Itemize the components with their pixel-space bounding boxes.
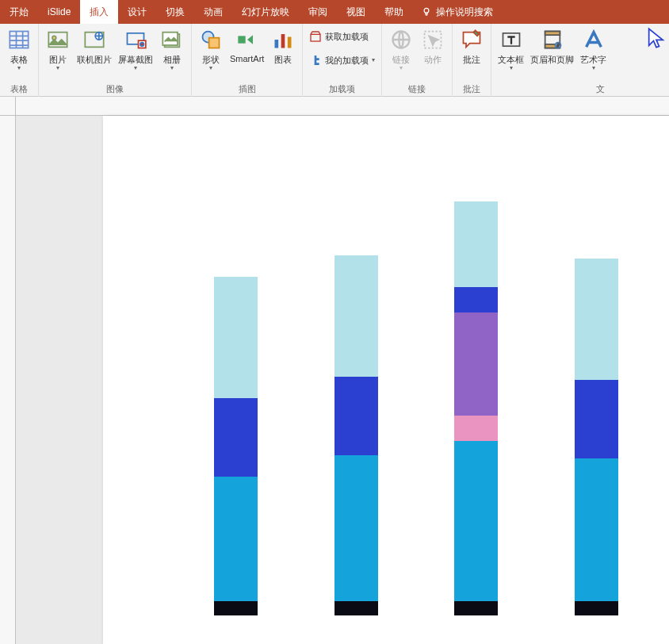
chart-segment [454,287,498,312]
dropdown-arrow-icon: ▾ [372,58,375,63]
chart-bar[interactable] [575,259,618,615]
action-button[interactable]: 动作 [417,25,449,67]
shapes-icon [198,27,224,52]
online-picture-icon [82,27,107,52]
online-picture-button[interactable]: 联机图片 [74,25,115,67]
get-addins-label: 获取加载项 [325,31,369,43]
addins-icon [309,54,322,67]
my-addins-button[interactable]: 我的加载项 ▾ [306,52,378,68]
chart-icon [270,27,296,52]
chart-segment [454,416,498,441]
smartart-button[interactable]: SmartArt [227,25,267,65]
slide-canvas-area [0,97,669,644]
slide[interactable] [103,116,669,644]
tell-me-search[interactable]: 操作说明搜索 [413,6,501,19]
get-addins-button[interactable]: 获取加载项 [306,29,378,44]
screenshot-icon [123,27,148,52]
album-icon [159,27,185,52]
chart-bar[interactable] [214,277,258,616]
chart-button[interactable]: 图表 [267,25,299,67]
chart-segment [575,458,618,601]
chart-label: 图表 [274,54,292,66]
picture-button[interactable]: 图片 ▾ [42,25,74,72]
tab-slideshow[interactable]: 幻灯片放映 [232,0,299,24]
table-icon [6,27,32,52]
link-button[interactable]: 链接 ▾ [385,25,417,72]
svg-rect-15 [281,34,285,48]
chart-segment [334,377,378,455]
smartart-icon [235,27,260,52]
chart-segment [454,601,498,615]
chart-segment [575,259,618,380]
dropdown-arrow-icon: ▾ [17,66,21,71]
smartart-label: SmartArt [230,54,264,63]
group-label-tables: 表格 [10,83,28,95]
ribbon-group-comments: 批注 批注 [453,24,491,97]
stacked-bar-chart[interactable] [190,187,642,615]
chart-bar[interactable] [334,255,378,616]
ribbon-group-addins: 获取加载项 我的加载项 ▾ 加载项 [303,24,382,97]
horizontal-ruler[interactable] [16,97,669,116]
ribbon-group-text: 文本框 ▾ # 页眉和页脚 艺术字 ▾ 文 [491,24,613,97]
chart-segment [575,380,618,458]
group-label-comments: 批注 [463,83,480,95]
action-icon [420,27,445,52]
svg-rect-17 [311,34,320,41]
tab-design[interactable]: 设计 [118,0,156,24]
headerfooter-label: 页眉和页脚 [530,54,574,66]
tab-animations[interactable]: 动画 [194,0,232,24]
textbox-icon [499,27,524,52]
tab-view[interactable]: 视图 [337,0,375,24]
ribbon: 表格 ▾ 表格 图片 ▾ 联机图片 [0,24,669,97]
screenshot-button[interactable]: 屏幕截图 ▾ [115,25,156,72]
chart-segment [454,201,498,287]
picture-icon [45,27,71,52]
shapes-button[interactable]: 形状 ▾ [195,25,227,72]
ribbon-tabs-bar: 开始 iSlide 插入 设计 切换 动画 幻灯片放映 审阅 视图 帮助 操作说… [0,0,669,24]
group-label-addins: 加载项 [329,83,355,95]
svg-rect-12 [209,38,220,48]
dropdown-arrow-icon: ▾ [592,66,595,71]
online-picture-label: 联机图片 [77,54,112,66]
textbox-button[interactable]: 文本框 ▾ [495,25,527,72]
wordart-icon [581,27,606,52]
tab-review[interactable]: 审阅 [299,0,337,24]
comment-button[interactable]: 批注 [456,25,487,67]
tab-home[interactable]: 开始 [0,0,38,24]
chart-bar[interactable] [454,201,498,615]
table-button[interactable]: 表格 ▾ [3,25,35,72]
chart-segment [214,601,258,615]
headerfooter-button[interactable]: # 页眉和页脚 [527,25,577,67]
ruler-corner [0,97,16,116]
ribbon-group-illustrations: 形状 ▾ SmartArt 图表 插图 [192,24,303,97]
chart-segment [575,601,618,615]
tab-help[interactable]: 帮助 [375,0,413,24]
my-addins-label: 我的加载项 [325,55,369,67]
headerfooter-icon: # [540,27,565,52]
ribbon-group-tables: 表格 ▾ 表格 [0,24,39,97]
tab-islide[interactable]: iSlide [38,0,80,24]
vertical-ruler[interactable] [0,116,16,644]
link-icon [388,27,414,52]
chart-bars-container [190,187,642,615]
ribbon-group-links: 链接 ▾ 动作 链接 [382,24,453,97]
group-label-images: 图像 [106,83,124,95]
comment-icon [459,27,484,52]
wordart-button[interactable]: 艺术字 ▾ [577,25,610,72]
action-label: 动作 [424,54,442,66]
tab-transitions[interactable]: 切换 [156,0,194,24]
comment-label: 批注 [463,54,480,66]
tell-me-label: 操作说明搜索 [436,6,493,19]
chart-segment [214,477,258,602]
chart-segment [214,398,258,477]
svg-rect-14 [275,40,279,48]
mouse-cursor-icon [645,27,667,49]
chart-segment [454,312,498,416]
svg-point-8 [140,43,144,47]
store-icon [309,30,322,43]
album-button[interactable]: 相册 ▾ [156,25,188,72]
dropdown-arrow-icon: ▾ [399,66,403,71]
tab-insert[interactable]: 插入 [80,0,118,24]
group-label-links: 链接 [408,83,426,95]
chart-segment [334,255,378,377]
